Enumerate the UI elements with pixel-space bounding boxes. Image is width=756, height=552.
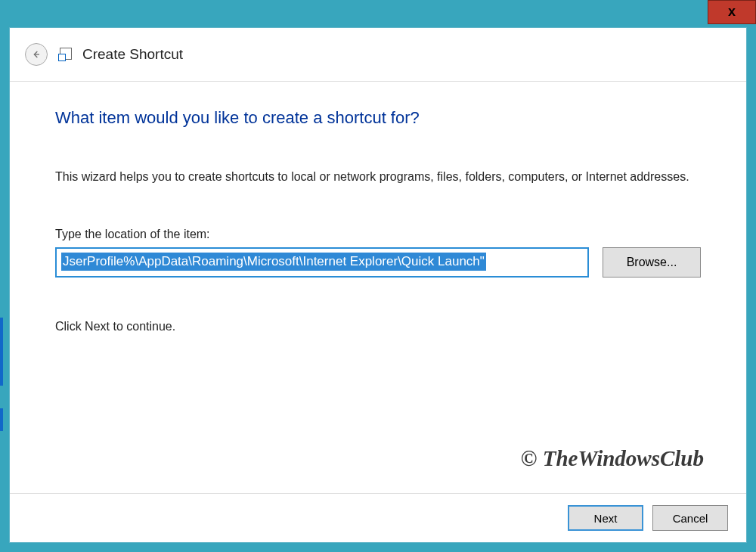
wizard-panel: Create Shortcut What item would you like… [9,27,747,543]
nav-row: Create Shortcut [10,28,746,82]
accent-strip [0,408,3,431]
location-row: JserProfile%\AppData\Roaming\Microsoft\I… [55,247,701,278]
wizard-content: What item would you like to create a sho… [55,108,701,333]
shortcut-icon [58,48,72,61]
close-icon: x [728,4,736,19]
arrow-left-icon [30,48,42,60]
accent-strip [0,318,3,386]
close-button[interactable]: x [708,0,756,24]
location-label: Type the location of the item: [55,228,701,241]
next-button[interactable]: Next [568,505,643,531]
continue-hint: Click Next to continue. [55,320,701,333]
location-input[interactable]: JserProfile%\AppData\Roaming\Microsoft\I… [55,247,589,278]
wizard-title: Create Shortcut [82,46,183,63]
titlebar: x [0,0,756,27]
browse-button[interactable]: Browse... [603,247,701,278]
wizard-description: This wizard helps you to create shortcut… [55,169,690,185]
location-input-selection: JserProfile%\AppData\Roaming\Microsoft\I… [61,253,486,271]
wizard-footer: Next Cancel [10,493,746,542]
window-frame: x Create Shortcut What item would you li… [0,0,756,552]
watermark: © TheWindowsClub [521,446,704,471]
back-button[interactable] [25,43,48,66]
cancel-button[interactable]: Cancel [652,505,728,531]
wizard-heading: What item would you like to create a sho… [55,108,701,128]
